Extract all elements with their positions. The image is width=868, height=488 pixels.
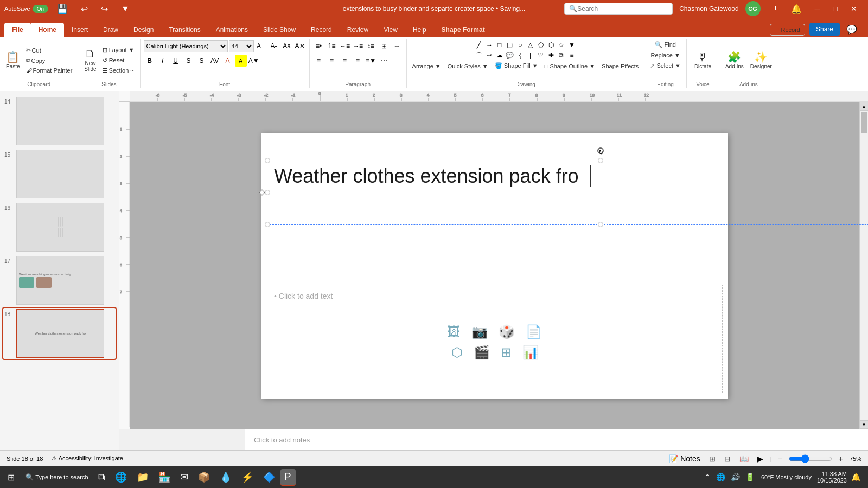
designer-button[interactable]: ✨ Designer	[748, 50, 775, 71]
autosave-control[interactable]: AutoSave On	[4, 5, 48, 13]
arrange-button[interactable]: Arrange ▼	[410, 62, 443, 70]
change-case-button[interactable]: Aa	[281, 40, 293, 52]
slide-thumb-18[interactable]: 18 Weather clothes extension pack fro	[3, 308, 116, 359]
underline-button[interactable]: U	[170, 55, 182, 67]
text-direction-button[interactable]: ↔	[391, 40, 403, 52]
mail-button[interactable]: ✉	[176, 469, 193, 485]
reset-button[interactable]: ↺ Reset	[100, 56, 137, 65]
select-button[interactable]: ↗ Select ▼	[648, 61, 683, 70]
ribbon-display-btn[interactable]: 🎚	[767, 3, 784, 15]
font-family-select[interactable]: Calibri Light (Headings)	[144, 40, 228, 52]
shape-rect[interactable]: □	[495, 40, 505, 50]
customize-button[interactable]: ▼	[117, 3, 134, 15]
strikethrough-button[interactable]: S	[183, 55, 195, 67]
clear-format-button[interactable]: A✕	[294, 40, 306, 52]
clock[interactable]: 11:38 AM 10/15/2023	[817, 471, 847, 484]
task-view-button[interactable]: ⧉	[94, 470, 110, 485]
find-button[interactable]: 🔍 Find	[653, 40, 678, 49]
increase-font-button[interactable]: A+	[255, 40, 267, 52]
align-right-button[interactable]: ≡	[339, 55, 351, 67]
shape-fill-button[interactable]: 🪣 Shape Fill ▼	[493, 61, 540, 70]
shape-callout[interactable]: 💬	[505, 50, 515, 60]
slide-thumb-17[interactable]: 17 Weather matching extension activity	[3, 255, 116, 306]
amazon-button[interactable]: 📦	[194, 469, 214, 485]
replace-button[interactable]: Replace ▼	[648, 51, 682, 60]
slide-canvas[interactable]: ↻ Weather clothes extension pack fro • C…	[261, 133, 728, 399]
search-taskbar-button[interactable]: 🔍 Type here to search	[21, 471, 93, 483]
share-button[interactable]: Share	[809, 23, 840, 36]
tab-home[interactable]: Home	[31, 23, 64, 37]
decrease-font-button[interactable]: A-	[268, 40, 280, 52]
zoom-in-button[interactable]: +	[837, 453, 845, 464]
increase-indent-button[interactable]: →≡	[352, 40, 364, 52]
handle-bl[interactable]	[265, 222, 270, 227]
font-size-select[interactable]: 44	[229, 40, 254, 52]
shape-bracket[interactable]: [	[526, 50, 535, 60]
dictate-button[interactable]: 🎙 Dictate	[692, 50, 714, 71]
maximize-btn[interactable]: □	[827, 3, 844, 14]
redo-button[interactable]: ↪	[97, 3, 112, 15]
undo-button[interactable]: ↩	[76, 3, 92, 15]
tab-animations[interactable]: Animations	[208, 23, 256, 37]
shape-pentagon[interactable]: ⬠	[536, 40, 546, 50]
title-textbox[interactable]: ↻ Weather clothes extension pack fro	[267, 160, 868, 225]
shape-cross[interactable]: ✚	[546, 50, 556, 60]
minimize-btn[interactable]: ─	[808, 3, 827, 14]
comments-btn[interactable]: 💬	[840, 23, 864, 36]
smartart-button[interactable]: ⋯	[378, 55, 390, 67]
insert-table-icon[interactable]: ⊞	[501, 345, 512, 360]
align-center-button[interactable]: ≡	[326, 55, 338, 67]
battery-icon[interactable]: 🔋	[744, 472, 756, 483]
tab-shapeformat[interactable]: Shape Format	[434, 23, 493, 37]
tab-design[interactable]: Design	[126, 23, 161, 37]
shape-rounded-rect[interactable]: ▢	[505, 40, 515, 50]
text-color-button[interactable]: A▼	[248, 55, 260, 67]
bullets-button[interactable]: ≡•	[313, 40, 325, 52]
shape-line[interactable]: ╱	[474, 40, 484, 50]
insert-photo-icon[interactable]: 📷	[471, 324, 488, 339]
insert-picture-icon[interactable]: 🖼	[448, 324, 461, 339]
handle-tl[interactable]	[265, 158, 270, 163]
shape-outline-button[interactable]: □ Shape Outline ▼	[542, 62, 597, 70]
shape-curve[interactable]: ⌒	[474, 50, 484, 60]
tab-review[interactable]: Review	[340, 23, 376, 37]
close-btn[interactable]: ✕	[844, 3, 864, 14]
shape-custom[interactable]: ⧉	[557, 50, 566, 60]
search-box[interactable]: 🔍	[564, 3, 673, 15]
notes-bar[interactable]: Click to add notes	[245, 429, 868, 450]
insert-3d-icon[interactable]: 🎲	[499, 324, 515, 339]
shape-heart[interactable]: ♡	[536, 50, 546, 60]
slide-thumb-14[interactable]: 14	[3, 95, 116, 146]
shadow-button[interactable]: S	[196, 55, 208, 67]
shape-arrow[interactable]: →	[484, 40, 494, 50]
shape-effects-button[interactable]: Shape Effects	[599, 62, 641, 70]
shape-cloud[interactable]: ☁	[495, 50, 505, 60]
char-spacing-button[interactable]: AV	[209, 55, 221, 67]
scroll-thumb[interactable]	[861, 112, 867, 133]
decrease-indent-button[interactable]: ←≡	[339, 40, 351, 52]
align-left-button[interactable]: ≡	[313, 55, 325, 67]
format-painter-button[interactable]: 🖌 Format Painter	[24, 66, 75, 75]
dropbox-button[interactable]: 💧	[215, 469, 236, 485]
scroll-up-button[interactable]: ▲	[860, 102, 869, 111]
user-avatar[interactable]: CG	[745, 1, 761, 16]
notes-button[interactable]: 📝 Notes	[667, 453, 702, 464]
notification-icon[interactable]: 🔔	[850, 472, 861, 483]
search-input[interactable]	[577, 5, 668, 12]
zoom-out-button[interactable]: −	[776, 453, 784, 464]
numbering-button[interactable]: 1≡	[326, 40, 338, 52]
tab-view[interactable]: View	[376, 23, 405, 37]
columns-button[interactable]: ⊞	[378, 40, 390, 52]
slide-thumb-15[interactable]: 15	[3, 149, 116, 200]
bold-button[interactable]: B	[144, 55, 156, 67]
insert-object-icon[interactable]: ⬡	[451, 345, 463, 360]
start-button[interactable]: ⊞	[2, 470, 20, 485]
chevron-up-tray[interactable]: ⌃	[703, 472, 712, 483]
edge-button[interactable]: 🌐	[111, 469, 131, 485]
slide-thumb-16[interactable]: 16	[3, 202, 116, 253]
reading-view-button[interactable]: 📖	[737, 453, 751, 464]
shapes-more[interactable]: ▼	[567, 40, 577, 50]
font-color-button[interactable]: A	[222, 55, 234, 67]
shape-connector[interactable]: ⤻	[484, 50, 494, 60]
network-icon[interactable]: 🌐	[715, 472, 726, 483]
